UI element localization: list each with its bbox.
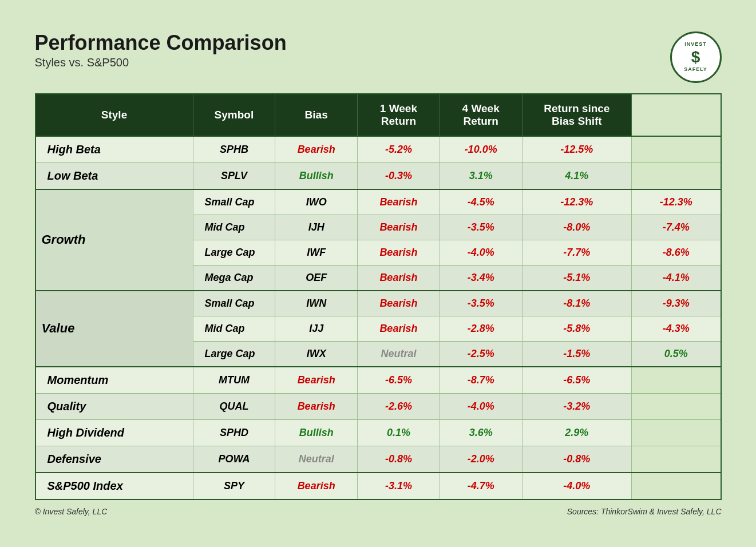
table-row: ValueSmall CapIWNBearish-3.5%-8.1%-9.3% [35, 291, 721, 316]
page-header: Performance Comparison Styles vs. S&P500… [35, 31, 722, 83]
logo-text-bottom: SAFELY [684, 66, 707, 73]
performance-table: Style Symbol Bias 1 WeekReturn 4 WeekRet… [35, 93, 722, 500]
col-header-symbol: Symbol [193, 94, 275, 136]
col-header-return-since: Return sinceBias Shift [522, 94, 632, 136]
logo: INVEST $ SAFELY [670, 31, 722, 83]
header-left: Performance Comparison Styles vs. S&P500 [35, 31, 287, 70]
table-row: QualityQUALBearish-2.6%-4.0%-3.2% [35, 393, 721, 419]
table-row: GrowthSmall CapIWOBearish-4.5%-12.3%-12.… [35, 189, 721, 215]
table-row: Low BetaSPLVBullish-0.3%3.1%4.1% [35, 162, 721, 189]
table-header-row: Style Symbol Bias 1 WeekReturn 4 WeekRet… [35, 94, 721, 136]
table-row: MomentumMTUMBearish-6.5%-8.7%-6.5% [35, 367, 721, 394]
value-group-label: Value [35, 291, 193, 367]
footer-left: © Invest Safely, LLC [35, 507, 108, 516]
col-header-1week: 1 WeekReturn [358, 94, 440, 136]
table-row: High DividendSPHDBullish0.1%3.6%2.9% [35, 419, 721, 446]
page-subtitle: Styles vs. S&P500 [35, 56, 287, 69]
table-row: S&P500 IndexSPYBearish-3.1%-4.7%-4.0% [35, 473, 721, 500]
col-header-bias: Bias [275, 94, 358, 136]
table-row: DefensivePOWANeutral-0.8%-2.0%-0.8% [35, 446, 721, 473]
table-row: High BetaSPHBBearish-5.2%-10.0%-12.5% [35, 136, 721, 163]
growth-group-label: Growth [35, 189, 193, 291]
col-header-style: Style [35, 94, 193, 136]
page-footer: © Invest Safely, LLC Sources: ThinkorSwi… [35, 507, 722, 516]
logo-text-top: INVEST [684, 41, 707, 47]
main-container: Performance Comparison Styles vs. S&P500… [18, 20, 739, 528]
page-title: Performance Comparison [35, 31, 287, 54]
logo-dollar-symbol: $ [691, 47, 700, 67]
col-header-4week: 4 WeekReturn [440, 94, 522, 136]
footer-right: Sources: ThinkorSwim & Invest Safely, LL… [567, 507, 722, 516]
